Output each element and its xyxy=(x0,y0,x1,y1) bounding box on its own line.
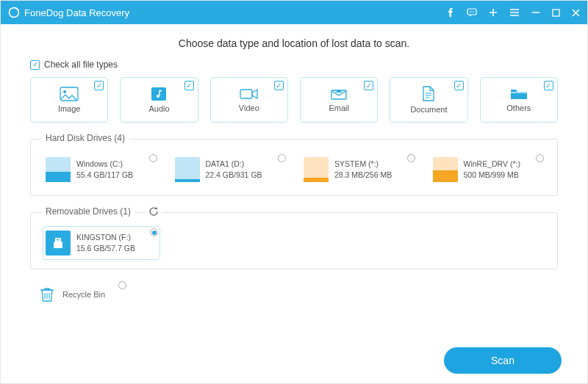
drive-winre[interactable]: WinRE_DRV (*:)500 MB/999 MB xyxy=(430,153,546,186)
svg-rect-15 xyxy=(55,238,61,242)
drive-data1-d-radio[interactable] xyxy=(278,154,286,162)
drive-windows-c-radio[interactable] xyxy=(149,154,157,162)
filetype-video-label: Video xyxy=(239,104,259,112)
filetype-image-label: Image xyxy=(58,104,81,113)
svg-point-5 xyxy=(473,11,475,12)
removable-list: KINGSTON (F:)15.6 GB/57.7 GB xyxy=(43,226,545,260)
titlebar-actions xyxy=(446,7,580,18)
document-icon xyxy=(422,86,435,102)
close-icon[interactable] xyxy=(572,9,580,17)
svg-point-4 xyxy=(471,11,473,12)
filetype-email-label: Email xyxy=(329,104,349,112)
filetype-image[interactable]: ✓ Image xyxy=(30,77,108,123)
image-icon xyxy=(60,87,79,101)
folder-icon xyxy=(510,87,528,101)
drive-icon: ⊞ xyxy=(46,157,71,182)
filetype-others-checkbox[interactable]: ✓ xyxy=(544,81,553,90)
check-all-checkbox[interactable]: ✓ xyxy=(30,60,40,70)
page-headline: Choose data type and location of lost da… xyxy=(30,37,558,49)
svg-rect-18 xyxy=(59,239,60,241)
recycle-bin-option[interactable]: Recycle Bin xyxy=(39,286,558,303)
filetype-others-label: Others xyxy=(506,104,531,112)
drive-icon xyxy=(175,157,200,182)
minimize-icon[interactable] xyxy=(531,8,540,17)
filetype-email-checkbox[interactable]: ✓ xyxy=(364,81,373,90)
svg-point-10 xyxy=(157,95,159,98)
filetype-audio-checkbox[interactable]: ✓ xyxy=(184,81,194,90)
filetype-document-checkbox[interactable]: ✓ xyxy=(454,81,464,90)
recycle-bin-radio[interactable] xyxy=(118,281,126,289)
drive-size: 500 MB/999 MB xyxy=(464,170,519,179)
drive-winre-radio[interactable] xyxy=(536,154,544,162)
drive-name: WinRE_DRV (*:) xyxy=(464,159,520,170)
facebook-icon[interactable] xyxy=(446,8,455,17)
removable-section-title: Removable Drives (1) xyxy=(41,206,135,217)
audio-icon xyxy=(151,87,167,101)
removable-section: Removable Drives (1) KINGSTON (F:)15.6 G… xyxy=(30,212,558,269)
svg-point-8 xyxy=(63,90,66,93)
filetype-audio-label: Audio xyxy=(148,104,169,113)
maximize-icon[interactable] xyxy=(552,9,560,17)
drive-system[interactable]: SYSTEM (*:)28.3 MB/256 MB xyxy=(301,153,417,186)
hdd-list: ⊞ Windows (C:)55.4 GB/117 GB DATA1 (D:)2… xyxy=(43,153,545,186)
drive-data1-d[interactable]: DATA1 (D:)22.4 GB/931 GB xyxy=(172,153,288,186)
filetype-document-label: Document xyxy=(410,105,447,114)
hdd-section: Hard Disk Drives (4) ⊞ Windows (C:)55.4 … xyxy=(30,139,558,196)
filetype-document[interactable]: ✓ Document xyxy=(390,77,467,123)
drive-windows-c[interactable]: ⊞ Windows (C:)55.4 GB/117 GB xyxy=(43,153,159,186)
svg-rect-9 xyxy=(151,87,166,101)
recycle-bin-icon xyxy=(39,286,55,303)
hdd-section-title: Hard Disk Drives (4) xyxy=(41,133,129,143)
app-title: FoneDog Data Recovery xyxy=(24,7,129,18)
drive-size: 28.3 MB/256 MB xyxy=(334,170,392,179)
filetype-others[interactable]: ✓ Others xyxy=(480,77,558,123)
menu-icon[interactable] xyxy=(509,8,520,17)
titlebar: FoneDog Data Recovery xyxy=(1,1,587,24)
app-logo: FoneDog Data Recovery xyxy=(8,7,129,18)
svg-rect-13 xyxy=(511,92,527,93)
svg-point-3 xyxy=(470,11,471,12)
filetype-audio[interactable]: ✓ Audio xyxy=(120,77,198,123)
svg-rect-6 xyxy=(553,10,559,16)
drive-system-radio[interactable] xyxy=(407,154,415,162)
video-icon xyxy=(240,87,259,101)
usb-icon xyxy=(46,231,71,256)
feedback-icon[interactable] xyxy=(467,7,477,18)
scan-button[interactable]: Scan xyxy=(444,347,562,374)
email-icon xyxy=(330,87,348,101)
filetype-image-checkbox[interactable]: ✓ xyxy=(94,81,104,90)
filetype-email[interactable]: ✓ Email xyxy=(300,77,378,123)
drive-name: KINGSTON (F:) xyxy=(76,232,135,243)
svg-rect-11 xyxy=(240,90,252,98)
refresh-icon[interactable] xyxy=(146,206,162,220)
main-content: Choose data type and location of lost da… xyxy=(1,24,587,311)
drive-name: SYSTEM (*:) xyxy=(334,159,392,170)
drive-size: 22.4 GB/931 GB xyxy=(206,170,262,179)
check-all-row[interactable]: ✓ Check all file types xyxy=(30,59,558,70)
plus-icon[interactable] xyxy=(489,8,498,17)
filetype-grid: ✓ Image ✓ Audio ✓ Video ✓ Email ✓ Docume… xyxy=(30,77,558,123)
drive-icon xyxy=(304,157,329,182)
svg-rect-16 xyxy=(54,242,62,248)
drive-name: Windows (C:) xyxy=(76,159,133,170)
filetype-video-checkbox[interactable]: ✓ xyxy=(274,81,284,90)
drive-kingston-f-radio[interactable] xyxy=(150,228,158,236)
drive-size: 15.6 GB/57.7 GB xyxy=(76,244,135,253)
drive-icon xyxy=(433,157,458,182)
recycle-bin-label: Recycle Bin xyxy=(62,290,105,299)
svg-rect-17 xyxy=(57,239,58,241)
drive-name: DATA1 (D:) xyxy=(206,159,262,170)
filetype-video[interactable]: ✓ Video xyxy=(210,77,288,123)
check-all-label: Check all file types xyxy=(44,59,118,70)
drive-size: 55.4 GB/117 GB xyxy=(76,170,133,179)
drive-kingston-f[interactable]: KINGSTON (F:)15.6 GB/57.7 GB xyxy=(43,226,160,260)
logo-icon xyxy=(8,7,20,18)
